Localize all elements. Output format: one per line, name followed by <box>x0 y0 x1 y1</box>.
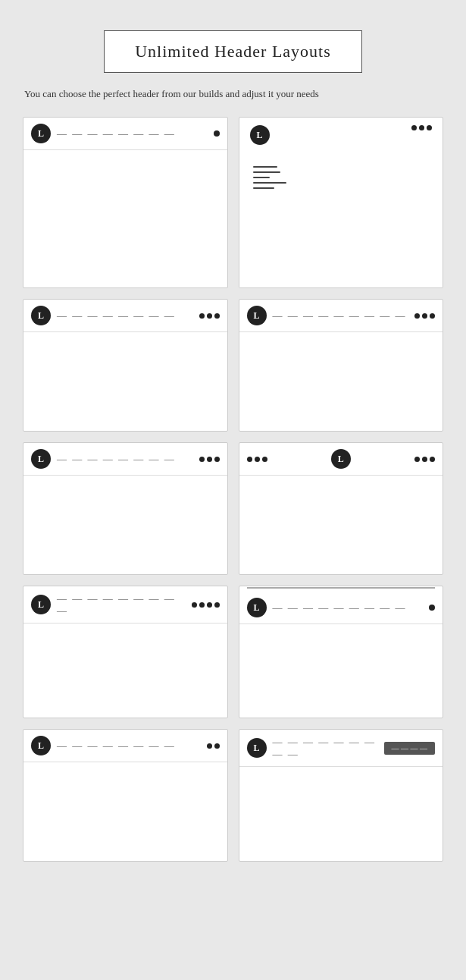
card-body-9 <box>23 762 227 853</box>
dots-4 <box>414 313 435 319</box>
logo-1: L <box>31 124 51 143</box>
layout-card-4[interactable]: L — — — — — — — — — <box>239 299 444 432</box>
card-body-1 <box>23 150 227 241</box>
nav-5: — — — — — — — — <box>57 453 193 465</box>
layout-card-2[interactable]: L <box>239 117 444 288</box>
layout-card-6[interactable]: L <box>239 442 444 575</box>
logo-7: L <box>31 595 51 614</box>
card-body-2 <box>239 196 443 287</box>
dots-2 <box>411 125 432 130</box>
dots-7 <box>192 602 220 608</box>
layout-card-10[interactable]: L — — — — — — — — — — — — — <box>239 729 444 862</box>
layout-card-7[interactable]: L — — — — — — — — — <box>23 586 228 718</box>
dots-9 <box>207 743 220 749</box>
card-body-4 <box>239 332 443 423</box>
card-body-6 <box>239 476 443 567</box>
dots-8 <box>429 605 435 611</box>
logo-6: L <box>331 449 351 469</box>
layout-card-3[interactable]: L — — — — — — — — <box>23 299 228 432</box>
btn-10[interactable]: — — — — <box>384 742 436 755</box>
logo-4: L <box>247 306 267 325</box>
logo-9: L <box>31 736 51 755</box>
nav-9: — — — — — — — — <box>57 740 201 752</box>
dots-1 <box>214 130 220 137</box>
page-title: Unlimited Header Layouts <box>135 42 331 61</box>
layout-card-9[interactable]: L — — — — — — — — <box>23 729 228 862</box>
layout-card-5[interactable]: L — — — — — — — — <box>23 442 228 575</box>
card-body-7 <box>23 623 227 715</box>
subtitle: You can choose the perfect header from o… <box>23 88 443 100</box>
layout-card-8[interactable]: L — — — — — — — — — <box>239 586 444 718</box>
dots-right-6 <box>414 457 435 462</box>
logo-10: L <box>247 738 267 758</box>
dots-3 <box>199 313 220 319</box>
nav-8: — — — — — — — — — <box>273 602 424 614</box>
nav-4: — — — — — — — — — <box>273 309 409 322</box>
layout-grid: L — — — — — — — — L <box>23 117 443 862</box>
card-body-8 <box>239 624 443 715</box>
open-menu-lines <box>239 152 443 196</box>
layout-card-1[interactable]: L — — — — — — — — <box>23 117 228 288</box>
nav-10: — — — — — — — — — <box>273 736 378 760</box>
dots-left-6 <box>247 457 267 462</box>
logo-3: L <box>31 306 51 325</box>
logo-2: L <box>250 125 270 145</box>
card-body-10 <box>239 767 443 858</box>
logo-5: L <box>31 449 51 469</box>
nav-7: — — — — — — — — — <box>57 592 186 617</box>
nav-1: — — — — — — — — <box>57 127 208 140</box>
card-body-3 <box>23 332 227 423</box>
logo-8: L <box>247 598 267 617</box>
card-body-5 <box>23 476 227 567</box>
title-box: Unlimited Header Layouts <box>104 30 362 73</box>
card-header-2: L <box>239 118 443 152</box>
nav-3: — — — — — — — — <box>57 309 193 322</box>
dots-5 <box>199 457 220 462</box>
